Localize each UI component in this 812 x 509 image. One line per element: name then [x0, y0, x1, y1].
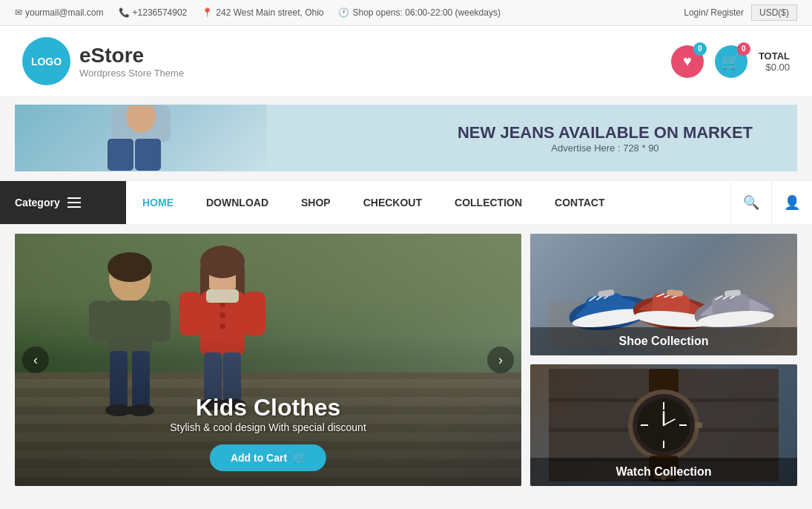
slider-prev-button[interactable]: ‹	[22, 347, 49, 373]
banner-text: NEW JEANS AVAILABLE ON MARKET Advertise …	[458, 123, 753, 154]
side-panels: Shoe Collection	[530, 234, 797, 486]
cart-total: TOTAL $0.00	[759, 50, 790, 73]
svg-rect-55	[695, 422, 702, 428]
shoe-collection-panel[interactable]: Shoe Collection	[530, 234, 797, 355]
nav-right-icons: 🔍 👤	[730, 181, 812, 224]
hamburger-icon	[67, 197, 81, 208]
cart-btn-label: Add to Cart	[231, 452, 287, 464]
site-identity: eStore Wordpress Store Theme	[79, 44, 184, 79]
top-bar: ✉ yourmail@mail.com 📞 +1236574902 📍 242 …	[0, 0, 812, 26]
nav-download[interactable]: DOWNLOAD	[190, 183, 285, 222]
wishlist-badge: 0	[693, 42, 707, 56]
svg-rect-1	[108, 139, 133, 171]
search-button[interactable]: 🔍	[730, 181, 771, 224]
hero-content: Kids Clothes Stylish & cool design With …	[65, 394, 470, 471]
phone-info: 📞 +1236574902	[119, 7, 188, 18]
cart-badge: 0	[737, 42, 750, 56]
category-button[interactable]: Category	[0, 181, 126, 224]
site-tagline: Wordpress Store Theme	[79, 68, 184, 79]
site-header: LOGO eStore Wordpress Store Theme ♥ 0 🛒 …	[0, 26, 812, 97]
location-icon: 📍	[202, 7, 213, 18]
logo-text: LOGO	[31, 56, 62, 68]
watch-collection-label: Watch Collection	[530, 458, 797, 486]
hero-slider: Kids Clothes Stylish & cool design With …	[15, 234, 521, 486]
nav-collection[interactable]: COLLECTION	[438, 183, 538, 222]
main-nav: Category HOME DOWNLOAD SHOP CHECKOUT COL…	[0, 180, 812, 225]
total-label: TOTAL	[759, 50, 790, 62]
address-info: 📍 242 West Main street, Ohio	[202, 7, 323, 18]
cart-wrapper: 🛒 0	[715, 45, 747, 78]
top-bar-left: ✉ yourmail@mail.com 📞 +1236574902 📍 242 …	[15, 7, 501, 18]
email-info: ✉ yourmail@mail.com	[15, 7, 104, 18]
nav-checkout[interactable]: CHECKOUT	[347, 183, 438, 222]
phone-icon: 📞	[119, 7, 130, 18]
cart-btn-icon: 🛒	[293, 452, 306, 464]
nav-links: HOME DOWNLOAD SHOP CHECKOUT COLLECTION C…	[126, 181, 730, 224]
hero-add-to-cart-button[interactable]: Add to Cart 🛒	[210, 444, 326, 471]
watch-collection-panel[interactable]: Watch Collection	[530, 364, 797, 486]
currency-selector[interactable]: USD($)	[751, 4, 797, 21]
nav-contact[interactable]: CONTACT	[538, 183, 621, 222]
banner-headline: NEW JEANS AVAILABLE ON MARKET	[458, 123, 753, 142]
wishlist-wrapper: ♥ 0	[671, 45, 704, 78]
nav-home[interactable]: HOME	[126, 183, 190, 222]
hours-info: 🕐 Shop opens: 06:00-22:00 (weekdays)	[338, 7, 500, 18]
logo-area: LOGO eStore Wordpress Store Theme	[22, 37, 184, 85]
header-actions: ♥ 0 🛒 0 TOTAL $0.00	[671, 45, 790, 78]
svg-rect-2	[135, 139, 161, 171]
banner-illustration	[67, 105, 215, 171]
banner-image	[15, 105, 267, 171]
hero-title: Kids Clothes	[65, 394, 470, 421]
email-text: yourmail@mail.com	[25, 7, 104, 18]
site-name: eStore	[79, 44, 184, 68]
slider-next-button[interactable]: ›	[487, 347, 514, 373]
total-amount: $0.00	[759, 62, 790, 73]
hero-subtitle: Stylish & cool design With special disco…	[65, 421, 470, 433]
shoe-collection-label: Shoe Collection	[530, 327, 797, 355]
hero-slide: Kids Clothes Stylish & cool design With …	[15, 234, 521, 486]
hours-text: Shop opens: 06:00-22:00 (weekdays)	[352, 7, 500, 18]
promo-banner[interactable]: NEW JEANS AVAILABLE ON MARKET Advertise …	[15, 105, 797, 171]
email-icon: ✉	[15, 7, 22, 18]
top-bar-right: Login/ Register USD($)	[684, 4, 797, 21]
banner-subtext: Advertise Here : 728 * 90	[458, 142, 753, 154]
login-register-link[interactable]: Login/ Register	[684, 7, 744, 18]
address-text: 242 West Main street, Ohio	[216, 7, 323, 18]
logo[interactable]: LOGO	[22, 37, 70, 85]
main-content: Kids Clothes Stylish & cool design With …	[0, 225, 812, 495]
phone-text: +1236574902	[133, 7, 188, 18]
account-button[interactable]: 👤	[771, 181, 812, 224]
clock-icon: 🕐	[338, 7, 349, 18]
nav-shop[interactable]: SHOP	[285, 183, 347, 222]
category-label: Category	[15, 197, 60, 208]
